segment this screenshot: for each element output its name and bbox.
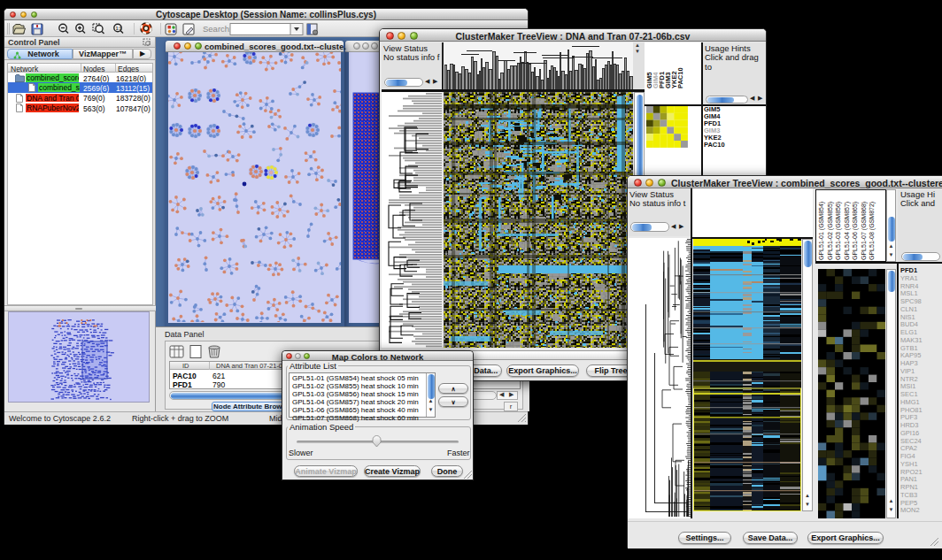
svg-text:GPL51-06 (GSM865): GPL51-06 (GSM865) — [852, 202, 859, 260]
svg-text:1:1: 1:1 — [116, 27, 122, 31]
svg-text:Search:: Search: — [203, 24, 232, 34]
svg-text:GPL51-03 (GSM856): GPL51-03 (GSM856) — [835, 202, 842, 260]
svg-text:PAC10: PAC10 — [676, 67, 684, 88]
svg-text:GPL51-07 (GSM868): GPL51-07 (GSM868) — [861, 202, 868, 260]
svg-text:GPL51-04 (GSM857): GPL51-04 (GSM857) — [844, 202, 851, 260]
svg-text:GPL51-02 (GSM855): GPL51-02 (GSM855) — [827, 202, 834, 260]
svg-text:GPL51-08 (GSM872): GPL51-08 (GSM872) — [869, 202, 876, 260]
svg-text:GPL51-01 (GSM854): GPL51-01 (GSM854) — [818, 202, 825, 260]
